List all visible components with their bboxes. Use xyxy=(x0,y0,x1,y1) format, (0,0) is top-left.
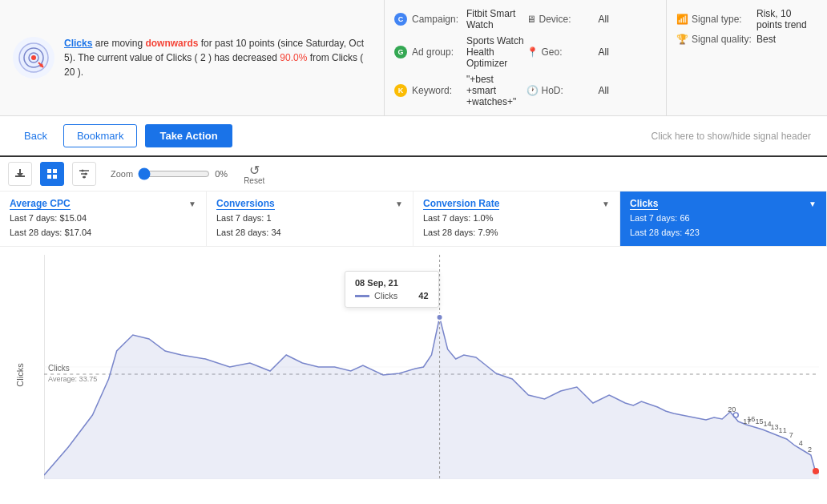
alert-mid: The current value of Clicks ( xyxy=(78,52,197,63)
alert-current: 2 xyxy=(200,52,206,63)
filter-icon[interactable] xyxy=(72,162,96,186)
alert-from: 20 xyxy=(64,67,75,78)
metric-values-average-cpc: Last 7 days: $15.04 Last 28 days: $17.04 xyxy=(10,212,196,240)
zoom-section: Zoom 0% xyxy=(111,167,236,180)
campaign-info: C Campaign: Fitbit Smart Watch 🖥 Device:… xyxy=(385,0,667,115)
device-value: All xyxy=(599,14,609,25)
take-action-button[interactable]: Take Action xyxy=(145,124,232,147)
reset-label: Reset xyxy=(244,176,264,185)
keyword-row: K Keyword: "+best +smart +watches+" xyxy=(394,72,525,109)
hod-value: All xyxy=(599,85,609,96)
svg-point-16 xyxy=(85,173,87,175)
svg-point-41 xyxy=(813,468,819,474)
svg-text:2: 2 xyxy=(808,446,812,454)
alert-pre: are moving xyxy=(95,38,146,49)
bookmark-button[interactable]: Bookmark xyxy=(63,124,138,147)
hod-label: 🕐 HoD: xyxy=(526,85,599,96)
metric-values-conversions: Last 7 days: 1 Last 28 days: 34 xyxy=(216,212,403,240)
alert-icon xyxy=(13,37,54,79)
keyword-label: K Keyword: xyxy=(394,84,466,97)
alert-post: from Clicks ( xyxy=(310,52,364,63)
svg-rect-8 xyxy=(47,169,51,173)
action-buttons: Back Bookmark Take Action xyxy=(16,124,232,147)
header-section: Clicks are moving downwards for past 10 … xyxy=(0,0,827,116)
zoom-slider[interactable] xyxy=(138,167,210,180)
alert-mid3: decreased xyxy=(232,52,280,63)
y-axis-label: Clicks xyxy=(15,364,25,387)
direction-text: downwards xyxy=(145,38,198,49)
geo-value: All xyxy=(599,46,609,58)
signal-quality-value: Best xyxy=(756,34,776,45)
metric-values-conversion-rate: Last 7 days: 1.0% Last 28 days: 7.9% xyxy=(423,212,610,240)
metric-name-average-cpc[interactable]: Average CPC xyxy=(10,198,71,210)
signal-type-label: 📶 Signal type: xyxy=(676,14,756,25)
svg-rect-10 xyxy=(47,175,51,179)
metric-tab-conversion-rate[interactable]: Conversion Rate ▼ Last 7 days: 1.0% Last… xyxy=(414,192,620,246)
show-header-link[interactable]: Click here to show/hide signal header xyxy=(652,131,811,142)
action-bar: Back Bookmark Take Action Click here to … xyxy=(0,116,827,157)
svg-rect-9 xyxy=(53,169,57,173)
alert-box: Clicks are moving downwards for past 10 … xyxy=(0,0,385,115)
campaign-value: Fitbit Smart Watch xyxy=(466,8,525,30)
metric-name-clicks[interactable]: Clicks xyxy=(630,198,658,210)
metric-name-conversions[interactable]: Conversions xyxy=(216,198,275,210)
reset-button[interactable]: ↺ Reset xyxy=(244,163,264,185)
svg-text:13: 13 xyxy=(771,423,779,431)
metric-values-clicks: Last 7 days: 66 Last 28 days: 423 xyxy=(630,212,817,240)
device-label: 🖥 Device: xyxy=(526,14,599,25)
alert-mid2: ) has xyxy=(208,52,232,63)
campaign-label: C Campaign: xyxy=(394,13,466,26)
signal-type-row: 📶 Signal type: Risk, 10 points trend xyxy=(676,6,817,32)
adgroup-label: G Ad group: xyxy=(394,46,466,58)
adgroup-value: Sports Watch Health Optimizer xyxy=(466,35,525,69)
svg-text:17: 17 xyxy=(743,417,751,425)
svg-point-3 xyxy=(31,55,36,60)
svg-text:7: 7 xyxy=(789,431,793,439)
svg-point-15 xyxy=(82,170,84,172)
clicks-link[interactable]: Clicks xyxy=(64,38,92,49)
back-button[interactable]: Back xyxy=(16,125,55,147)
metric-dropdown-conversion-rate[interactable]: ▼ xyxy=(602,200,610,208)
svg-text:4: 4 xyxy=(799,439,803,447)
chart-svg: 72 36 0 Clicks Average: 33.75 20 16 15 xyxy=(44,255,819,479)
metric-tab-average-cpc[interactable]: Average CPC ▼ Last 7 days: $15.04 Last 2… xyxy=(0,192,207,246)
metric-tab-clicks[interactable]: Clicks ▼ Last 7 days: 66 Last 28 days: 4… xyxy=(620,192,827,246)
metric-dropdown-clicks[interactable]: ▼ xyxy=(809,200,817,208)
svg-text:Average: 33.75: Average: 33.75 xyxy=(48,375,97,383)
zoom-percent: 0% xyxy=(215,169,236,179)
grid-icon[interactable] xyxy=(40,162,64,186)
chart-toolbar: Zoom 0% ↺ Reset xyxy=(0,157,827,192)
svg-point-29 xyxy=(437,314,443,321)
alert-period: for xyxy=(201,38,215,49)
geo-label: 📍 Geo: xyxy=(526,46,599,58)
g-badge: G xyxy=(394,46,407,58)
c-badge: C xyxy=(394,13,407,26)
alert-end: ). xyxy=(78,67,83,78)
campaign-row: C Campaign: Fitbit Smart Watch xyxy=(394,6,525,32)
signal-info: 📶 Signal type: Risk, 10 points trend 🏆 S… xyxy=(667,0,827,115)
chart-area: Clicks 72 36 0 Clicks Average: 33.75 xyxy=(0,247,827,504)
svg-marker-27 xyxy=(44,317,819,479)
svg-text:Clicks: Clicks xyxy=(48,364,70,373)
export-icon[interactable] xyxy=(8,162,32,186)
chart-container: Clicks 72 36 0 Clicks Average: 33.75 xyxy=(0,247,827,503)
svg-rect-11 xyxy=(53,175,57,179)
metric-tab-conversions[interactable]: Conversions ▼ Last 7 days: 1 Last 28 day… xyxy=(207,192,414,246)
metric-name-conversion-rate[interactable]: Conversion Rate xyxy=(423,198,499,210)
metric-dropdown-average-cpc[interactable]: ▼ xyxy=(188,200,196,208)
adgroup-row: G Ad group: Sports Watch Health Optimize… xyxy=(394,34,525,71)
svg-point-17 xyxy=(83,176,86,179)
signal-quality-row: 🏆 Signal quality: Best xyxy=(676,32,817,46)
k-badge: K xyxy=(394,84,407,97)
alert-text: Clicks are moving downwards for past 10 … xyxy=(64,36,371,79)
zoom-label: Zoom xyxy=(111,169,133,179)
signal-quality-label: 🏆 Signal quality: xyxy=(676,34,756,45)
metrics-bar: Average CPC ▼ Last 7 days: $15.04 Last 2… xyxy=(0,192,827,247)
device-row: 🖥 Device: All xyxy=(526,6,657,32)
hod-row: 🕐 HoD: All xyxy=(526,72,657,109)
svg-text:15: 15 xyxy=(755,417,763,425)
keyword-value: "+best +smart +watches+" xyxy=(466,74,525,107)
svg-text:20: 20 xyxy=(728,405,736,413)
metric-dropdown-conversions[interactable]: ▼ xyxy=(395,200,403,208)
svg-text:11: 11 xyxy=(779,426,787,434)
